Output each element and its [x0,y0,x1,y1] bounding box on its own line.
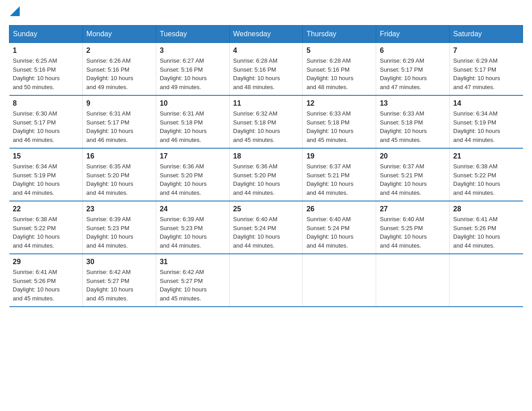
calendar-cell: 14 Sunrise: 6:34 AM Sunset: 5:19 PM Dayl… [450,95,523,148]
day-info: Sunrise: 6:29 AM Sunset: 5:17 PM Dayligh… [453,56,519,91]
day-info: Sunrise: 6:32 AM Sunset: 5:18 PM Dayligh… [233,109,299,144]
day-number: 7 [453,47,519,55]
calendar-cell: 26 Sunrise: 6:40 AM Sunset: 5:24 PM Dayl… [303,201,376,254]
calendar-cell: 30 Sunrise: 6:42 AM Sunset: 5:27 PM Dayl… [82,254,156,307]
calendar-cell: 22 Sunrise: 6:38 AM Sunset: 5:22 PM Dayl… [9,201,83,254]
logo [9,9,20,16]
calendar-cell: 20 Sunrise: 6:37 AM Sunset: 5:21 PM Dayl… [376,148,450,201]
calendar-cell: 21 Sunrise: 6:38 AM Sunset: 5:22 PM Dayl… [450,148,523,201]
day-info: Sunrise: 6:34 AM Sunset: 5:19 PM Dayligh… [13,162,79,197]
calendar-cell: 13 Sunrise: 6:33 AM Sunset: 5:18 PM Dayl… [376,95,450,148]
day-info: Sunrise: 6:31 AM Sunset: 5:17 PM Dayligh… [86,109,152,144]
calendar-cell: 18 Sunrise: 6:36 AM Sunset: 5:20 PM Dayl… [229,148,303,201]
calendar-cell: 16 Sunrise: 6:35 AM Sunset: 5:20 PM Dayl… [82,148,156,201]
calendar-week-row: 8 Sunrise: 6:30 AM Sunset: 5:17 PM Dayli… [9,95,523,148]
day-number: 6 [380,47,446,55]
day-info: Sunrise: 6:28 AM Sunset: 5:16 PM Dayligh… [306,56,372,91]
day-info: Sunrise: 6:36 AM Sunset: 5:20 PM Dayligh… [160,162,226,197]
day-info: Sunrise: 6:42 AM Sunset: 5:27 PM Dayligh… [160,268,226,303]
calendar-week-row: 15 Sunrise: 6:34 AM Sunset: 5:19 PM Dayl… [9,148,523,201]
calendar-cell: 3 Sunrise: 6:27 AM Sunset: 5:16 PM Dayli… [156,43,229,96]
header-sunday: Sunday [9,26,83,43]
calendar-table: SundayMondayTuesdayWednesdayThursdayFrid… [9,25,523,307]
day-info: Sunrise: 6:27 AM Sunset: 5:16 PM Dayligh… [160,56,226,91]
day-info: Sunrise: 6:38 AM Sunset: 5:22 PM Dayligh… [453,162,519,197]
calendar-cell: 9 Sunrise: 6:31 AM Sunset: 5:17 PM Dayli… [82,95,156,148]
day-info: Sunrise: 6:37 AM Sunset: 5:21 PM Dayligh… [380,162,446,197]
header-wednesday: Wednesday [229,26,303,43]
day-number: 21 [453,152,519,160]
day-info: Sunrise: 6:40 AM Sunset: 5:24 PM Dayligh… [306,215,372,250]
day-number: 11 [233,99,299,107]
day-number: 13 [380,99,446,107]
day-number: 22 [13,205,79,213]
day-number: 14 [453,99,519,107]
day-info: Sunrise: 6:30 AM Sunset: 5:17 PM Dayligh… [13,109,79,144]
day-number: 5 [306,47,372,55]
calendar-cell: 31 Sunrise: 6:42 AM Sunset: 5:27 PM Dayl… [156,254,229,307]
calendar-cell: 11 Sunrise: 6:32 AM Sunset: 5:18 PM Dayl… [229,95,303,148]
day-number: 4 [233,47,299,55]
calendar-week-row: 29 Sunrise: 6:41 AM Sunset: 5:26 PM Dayl… [9,254,523,307]
calendar-cell: 27 Sunrise: 6:40 AM Sunset: 5:25 PM Dayl… [376,201,450,254]
day-number: 1 [13,47,79,55]
day-number: 20 [380,152,446,160]
day-number: 26 [306,205,372,213]
day-number: 30 [86,258,152,266]
day-number: 10 [160,99,226,107]
calendar-cell: 8 Sunrise: 6:30 AM Sunset: 5:17 PM Dayli… [9,95,83,148]
calendar-cell: 17 Sunrise: 6:36 AM Sunset: 5:20 PM Dayl… [156,148,229,201]
calendar-cell: 10 Sunrise: 6:31 AM Sunset: 5:18 PM Dayl… [156,95,229,148]
page-header [9,9,523,16]
calendar-cell: 5 Sunrise: 6:28 AM Sunset: 5:16 PM Dayli… [303,43,376,96]
calendar-week-row: 1 Sunrise: 6:25 AM Sunset: 5:16 PM Dayli… [9,43,523,96]
day-info: Sunrise: 6:42 AM Sunset: 5:27 PM Dayligh… [86,268,152,303]
day-info: Sunrise: 6:31 AM Sunset: 5:18 PM Dayligh… [160,109,226,144]
calendar-cell: 1 Sunrise: 6:25 AM Sunset: 5:16 PM Dayli… [9,43,83,96]
day-info: Sunrise: 6:28 AM Sunset: 5:16 PM Dayligh… [233,56,299,91]
day-info: Sunrise: 6:36 AM Sunset: 5:20 PM Dayligh… [233,162,299,197]
day-number: 27 [380,205,446,213]
header-monday: Monday [82,26,156,43]
header-saturday: Saturday [450,26,523,43]
svg-marker-0 [10,6,20,16]
day-number: 15 [13,152,79,160]
day-info: Sunrise: 6:37 AM Sunset: 5:21 PM Dayligh… [306,162,372,197]
calendar-cell [376,254,450,307]
calendar-cell [303,254,376,307]
calendar-cell [450,254,523,307]
day-number: 31 [160,258,226,266]
day-info: Sunrise: 6:29 AM Sunset: 5:17 PM Dayligh… [380,56,446,91]
day-number: 17 [160,152,226,160]
calendar-header-row: SundayMondayTuesdayWednesdayThursdayFrid… [9,26,523,43]
calendar-cell: 2 Sunrise: 6:26 AM Sunset: 5:16 PM Dayli… [82,43,156,96]
calendar-cell: 4 Sunrise: 6:28 AM Sunset: 5:16 PM Dayli… [229,43,303,96]
calendar-cell: 24 Sunrise: 6:39 AM Sunset: 5:23 PM Dayl… [156,201,229,254]
day-info: Sunrise: 6:35 AM Sunset: 5:20 PM Dayligh… [86,162,152,197]
day-info: Sunrise: 6:33 AM Sunset: 5:18 PM Dayligh… [380,109,446,144]
day-info: Sunrise: 6:26 AM Sunset: 5:16 PM Dayligh… [86,56,152,91]
day-number: 3 [160,47,226,55]
calendar-week-row: 22 Sunrise: 6:38 AM Sunset: 5:22 PM Dayl… [9,201,523,254]
day-number: 28 [453,205,519,213]
day-number: 25 [233,205,299,213]
day-info: Sunrise: 6:41 AM Sunset: 5:26 PM Dayligh… [453,215,519,250]
calendar-cell [229,254,303,307]
day-number: 9 [86,99,152,107]
day-number: 18 [233,152,299,160]
header-thursday: Thursday [303,26,376,43]
day-number: 24 [160,205,226,213]
day-info: Sunrise: 6:40 AM Sunset: 5:25 PM Dayligh… [380,215,446,250]
calendar-cell: 29 Sunrise: 6:41 AM Sunset: 5:26 PM Dayl… [9,254,83,307]
calendar-cell: 23 Sunrise: 6:39 AM Sunset: 5:23 PM Dayl… [82,201,156,254]
logo-triangle-icon [10,6,20,16]
day-number: 16 [86,152,152,160]
day-info: Sunrise: 6:41 AM Sunset: 5:26 PM Dayligh… [13,268,79,303]
day-info: Sunrise: 6:33 AM Sunset: 5:18 PM Dayligh… [306,109,372,144]
calendar-cell: 19 Sunrise: 6:37 AM Sunset: 5:21 PM Dayl… [303,148,376,201]
day-number: 29 [13,258,79,266]
calendar-cell: 6 Sunrise: 6:29 AM Sunset: 5:17 PM Dayli… [376,43,450,96]
calendar-cell: 7 Sunrise: 6:29 AM Sunset: 5:17 PM Dayli… [450,43,523,96]
day-info: Sunrise: 6:39 AM Sunset: 5:23 PM Dayligh… [86,215,152,250]
day-number: 23 [86,205,152,213]
